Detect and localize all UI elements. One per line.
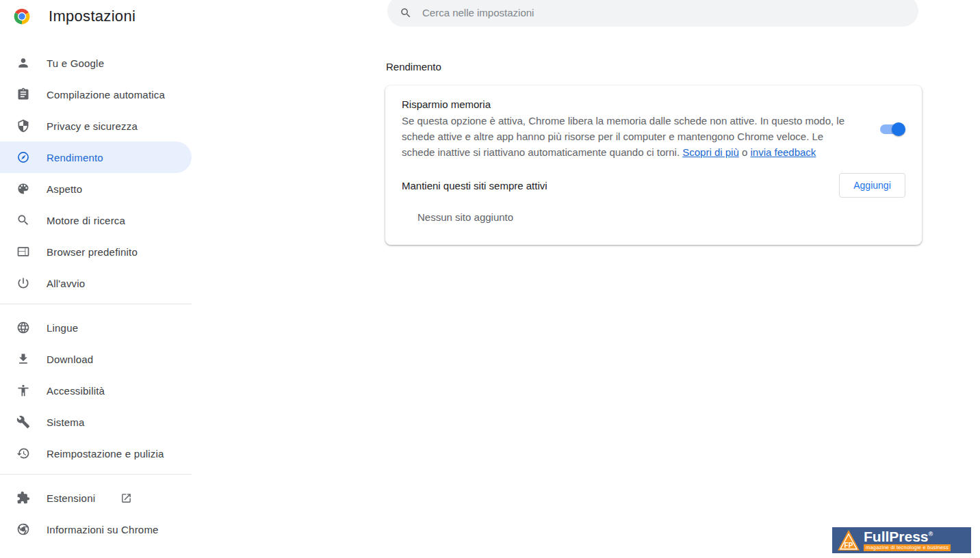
sidebar-item-sistema[interactable]: Sistema <box>0 406 192 438</box>
autofill-icon <box>16 88 30 101</box>
speedometer-icon <box>16 150 30 164</box>
sidebar-item-label: Rendimento <box>47 152 103 163</box>
keep-sites-row: Mantieni questi siti sempre attivi Aggiu… <box>385 164 922 202</box>
person-icon <box>16 56 30 70</box>
link-connector: o <box>739 146 751 158</box>
search-input[interactable] <box>421 6 918 19</box>
memory-saver-description: Se questa opzione è attiva, Chrome liber… <box>402 113 859 160</box>
sidebar-item-aspetto[interactable]: Aspetto <box>0 173 192 204</box>
search-icon <box>400 7 412 19</box>
browser-icon <box>16 245 30 258</box>
sidebar-item-label: All'avvio <box>47 278 85 289</box>
shield-icon <box>16 119 30 133</box>
sidebar-item-lingue[interactable]: Lingue <box>0 312 192 343</box>
sidebar-item-browser-predefinito[interactable]: Browser predefinito <box>0 236 192 267</box>
fullpress-tagline: magazine di tecnologie e business <box>864 544 951 551</box>
palette-icon <box>16 182 30 196</box>
fullpress-name: FullPress® <box>864 529 951 544</box>
sidebar-item-tu-e-google[interactable]: Tu e Google <box>0 47 192 79</box>
memory-saver-title: Risparmio memoria <box>402 98 859 110</box>
sidebar-item-motore-di-ricerca[interactable]: Motore di ricerca <box>0 204 192 236</box>
download-icon <box>16 352 30 366</box>
sidebar-item-label: Estensioni <box>47 492 95 504</box>
history-icon <box>16 447 30 460</box>
search-icon <box>16 213 30 227</box>
sidebar-divider <box>0 474 192 475</box>
sidebar-item-label: Tu e Google <box>47 57 104 69</box>
sidebar-item-reimpostazione-e-pulizia[interactable]: Reimpostazione e pulizia <box>0 438 192 469</box>
page-title: Impostazioni <box>49 8 136 25</box>
fullpress-watermark: FP FullPress® magazine di tecnologie e b… <box>832 527 971 553</box>
sidebar-item-label: Informazioni su Chrome <box>47 524 159 535</box>
fullpress-triangle-icon: FP <box>837 529 860 551</box>
sidebar-item-label: Browser predefinito <box>47 246 138 258</box>
sidebar-item-label: Download <box>47 354 93 365</box>
sidebar-nav: Tu e GoogleCompilazione automaticaPrivac… <box>0 47 192 545</box>
sidebar-item-compilazione-automatica[interactable]: Compilazione automatica <box>0 79 192 110</box>
sidebar-item-privacy-e-sicurezza[interactable]: Privacy e sicurezza <box>0 110 192 142</box>
section-title: Rendimento <box>386 61 441 72</box>
globe-icon <box>16 321 30 334</box>
puzzle-icon <box>16 491 30 505</box>
wrench-icon <box>16 415 30 429</box>
sidebar-item-label: Accessibilità <box>47 385 105 397</box>
sidebar-item-rendimento[interactable]: Rendimento <box>0 142 192 173</box>
memory-saver-row: Risparmio memoria Se questa opzione è at… <box>385 85 922 164</box>
sidebar-item-accessibilita[interactable]: Accessibilità <box>0 375 192 406</box>
sidebar-item-label: Reimpostazione e pulizia <box>47 448 164 460</box>
learn-more-link[interactable]: Scopri di più <box>682 146 739 158</box>
keep-sites-label: Mantieni questi siti sempre attivi <box>402 180 839 191</box>
sidebar-item-label: Motore di ricerca <box>47 215 125 226</box>
performance-card: Risparmio memoria Se questa opzione è at… <box>385 85 922 245</box>
registered-mark: ® <box>929 531 933 537</box>
sidebar-item-download[interactable]: Download <box>0 343 192 375</box>
send-feedback-link[interactable]: invia feedback <box>750 146 816 158</box>
sidebar-item-label: Lingue <box>47 322 78 334</box>
sidebar-divider <box>0 304 192 304</box>
sidebar-item-label: Compilazione automatica <box>47 89 165 101</box>
memory-saver-toggle[interactable] <box>880 124 904 134</box>
power-icon <box>16 276 30 290</box>
sidebar-header: Impostazioni <box>0 0 192 27</box>
no-sites-added-text: Nessun sito aggiunto <box>385 202 922 237</box>
toggle-knob <box>892 122 905 136</box>
accessibility-icon <box>16 384 30 397</box>
sidebar-item-label: Aspetto <box>47 183 82 195</box>
sidebar-item-label: Sistema <box>47 416 85 428</box>
settings-search-bar[interactable] <box>387 0 918 27</box>
chrome-logo-icon <box>13 8 31 25</box>
fullpress-fp-text: FP <box>844 542 853 549</box>
external-link-icon <box>120 492 132 504</box>
sidebar-item-estensioni[interactable]: Estensioni <box>0 482 192 514</box>
sidebar-item-label: Privacy e sicurezza <box>47 120 138 132</box>
chrome-mono-icon <box>16 522 30 536</box>
sidebar-item-informazioni-su-chrome[interactable]: Informazioni su Chrome <box>0 514 192 545</box>
settings-sidebar: Impostazioni Tu e GoogleCompilazione aut… <box>0 0 192 558</box>
add-site-button[interactable]: Aggiungi <box>839 173 905 198</box>
sidebar-item-allavvio[interactable]: All'avvio <box>0 267 192 299</box>
